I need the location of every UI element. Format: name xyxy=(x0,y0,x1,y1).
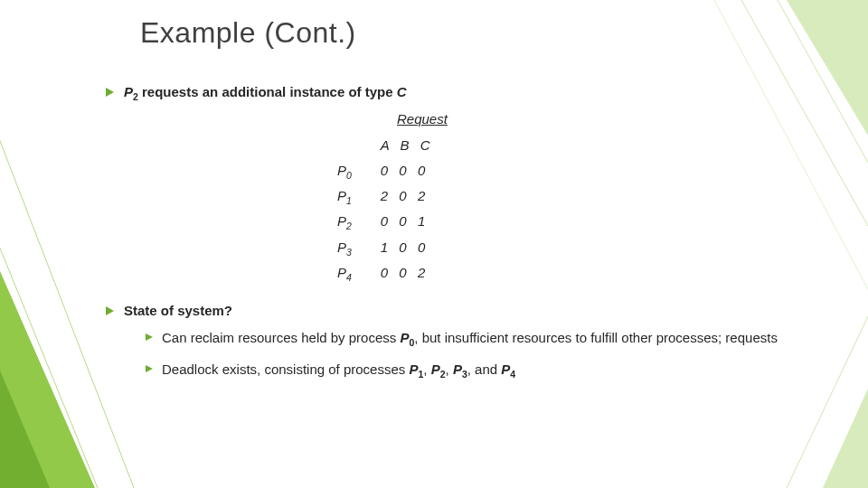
text: P xyxy=(124,84,133,99)
text: Can reclaim resources held by process xyxy=(162,330,400,345)
text: , and xyxy=(467,361,502,377)
table-row: P4 0 0 2 xyxy=(330,260,440,286)
sub-bullet-list: Can reclaim resources held by process P0… xyxy=(144,329,809,379)
proc-label: P xyxy=(337,239,346,255)
subscript: 1 xyxy=(346,195,352,206)
row-values: 0 0 2 xyxy=(373,260,441,286)
svg-marker-8 xyxy=(823,389,868,488)
text: requests an additional instance of type xyxy=(138,84,397,99)
row-values: 0 0 1 xyxy=(373,209,441,234)
proc: P xyxy=(400,330,409,345)
subscript: 2 xyxy=(346,221,352,231)
text: , xyxy=(446,361,453,377)
proc: P xyxy=(431,361,440,377)
bullet-state: State of system? xyxy=(104,302,809,320)
row-values: 2 0 2 xyxy=(373,183,441,209)
row-values: 0 0 0 xyxy=(373,158,441,183)
text: Deadlock exists, consisting of processes xyxy=(162,361,409,377)
subscript: 0 xyxy=(346,170,352,181)
slide-content: P2 requests an additional instance of ty… xyxy=(104,83,809,391)
sub-bullet-reclaim: Can reclaim resources held by process P0… xyxy=(144,329,809,347)
proc-label: P xyxy=(337,213,346,229)
table-header: Request xyxy=(397,110,809,128)
table-row: P0 0 0 0 xyxy=(330,158,440,183)
request-table: A B C P0 0 0 0 P1 2 0 2 P2 0 0 1 P3 1 0 … xyxy=(330,133,440,286)
table-col-header: A B C xyxy=(330,133,440,158)
proc-label: P xyxy=(337,188,346,203)
svg-marker-1 xyxy=(0,371,50,488)
proc-label: P xyxy=(337,163,346,178)
text: C xyxy=(397,84,407,99)
bullet-request: P2 requests an additional instance of ty… xyxy=(104,83,809,101)
svg-line-3 xyxy=(0,226,99,488)
text: , but insufficient resources to fulfill … xyxy=(414,330,778,345)
table-row: P3 1 0 0 xyxy=(330,235,440,260)
subscript: 4 xyxy=(346,272,352,283)
proc: P xyxy=(409,361,418,377)
table-row: P1 2 0 2 xyxy=(330,183,440,209)
proc: P xyxy=(453,361,462,377)
slide: Example (Cont.) P2 requests an additiona… xyxy=(0,0,868,488)
cols-label: A B C xyxy=(373,133,441,158)
subscript: 3 xyxy=(346,247,352,258)
request-table-wrap: Request A B C P0 0 0 0 P1 2 0 2 P2 0 0 1 xyxy=(330,110,809,286)
text: , xyxy=(423,361,430,377)
table-row: P2 0 0 1 xyxy=(330,209,440,234)
row-values: 1 0 0 xyxy=(373,235,441,260)
subscript: 4 xyxy=(510,369,515,380)
slide-title: Example (Cont.) xyxy=(140,16,356,50)
svg-marker-0 xyxy=(0,271,95,488)
proc: P xyxy=(501,361,510,377)
sub-bullet-deadlock: Deadlock exists, consisting of processes… xyxy=(144,361,809,379)
proc-label: P xyxy=(337,265,346,280)
